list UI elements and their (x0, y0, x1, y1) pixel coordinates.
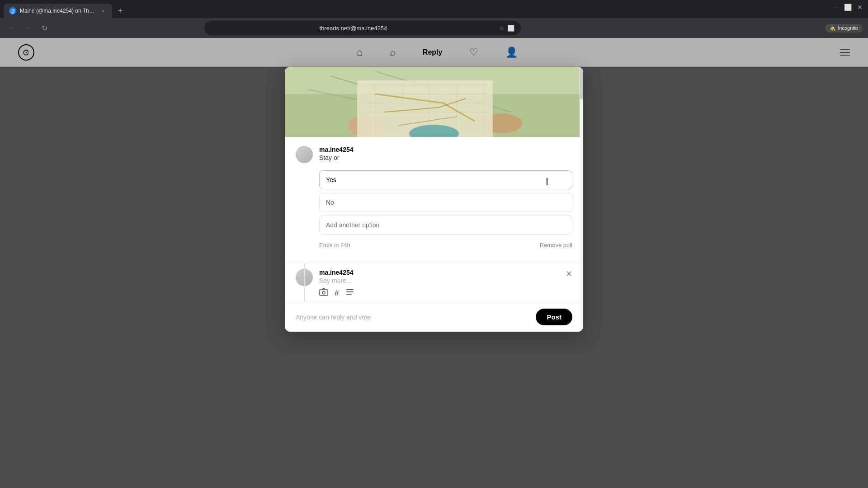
minimize-button[interactable]: — (832, 4, 839, 11)
close-button[interactable]: ✕ (857, 4, 863, 11)
hashtag-icon[interactable]: # (335, 289, 339, 298)
post-username: ma.ine4254 (319, 146, 572, 153)
poll-add-option-input[interactable] (319, 216, 572, 235)
incognito-icon: 🕵 (830, 25, 836, 31)
post-image (285, 67, 583, 137)
post-avatar (296, 146, 313, 163)
forward-button[interactable]: → (22, 22, 34, 34)
bottom-bar: Anyone can reply and vote Post (285, 302, 583, 332)
reply-meta: ma.ine4254 Say more... (319, 269, 559, 288)
address-bar[interactable]: threads.net/@ma.ine4254 ☆ ⬜ (204, 21, 521, 35)
post-area: ma.ine4254 Stay or Ends in 24h (285, 137, 583, 263)
post-button[interactable]: Post (536, 309, 572, 325)
reply-close-button[interactable]: ✕ (566, 269, 572, 279)
modal-overlay: ma.ine4254 Stay or Ends in 24h (0, 38, 868, 488)
reply-area: ma.ine4254 Say more... ✕ # (285, 263, 583, 302)
browser-tab[interactable]: @ Maine (@ma.ine4254) on Threa... × (4, 4, 112, 18)
anyone-reply-text: Anyone can reply and vote (296, 314, 371, 321)
reply-modal: ma.ine4254 Stay or Ends in 24h (285, 67, 583, 332)
extensions-icon[interactable]: ⬜ (507, 25, 514, 32)
url-text: threads.net/@ma.ine4254 (211, 25, 495, 32)
tab-close-button[interactable]: × (99, 7, 107, 14)
incognito-badge: 🕵 Incognito (825, 24, 863, 33)
poll-footer: Ends in 24h Remove poll (319, 238, 572, 250)
maximize-button[interactable]: ⬜ (844, 4, 852, 11)
reply-username: ma.ine4254 (319, 269, 559, 276)
post-meta: ma.ine4254 Stay or (319, 146, 572, 161)
poll-option-1-input[interactable] (319, 170, 572, 189)
list-icon[interactable] (345, 288, 354, 298)
poll-section: Ends in 24h Remove poll (319, 170, 572, 250)
reload-button[interactable]: ↻ (38, 22, 51, 34)
image-attach-icon[interactable] (319, 288, 328, 298)
tab-title: Maine (@ma.ine4254) on Threa... (20, 8, 96, 14)
poll-option-2-input[interactable] (319, 193, 572, 212)
svg-rect-19 (320, 290, 328, 296)
post-text: Stay or (319, 154, 572, 161)
reply-toolbar: # (319, 288, 572, 298)
svg-point-20 (322, 291, 325, 294)
back-button[interactable]: ← (5, 22, 18, 34)
remove-poll-button[interactable]: Remove poll (540, 242, 572, 249)
reply-placeholder[interactable]: Say more... (319, 277, 559, 284)
tab-favicon: @ (9, 7, 16, 14)
bookmark-icon[interactable]: ☆ (499, 25, 505, 32)
poll-ends-text: Ends in 24h (319, 242, 350, 249)
new-tab-button[interactable]: + (114, 5, 127, 17)
